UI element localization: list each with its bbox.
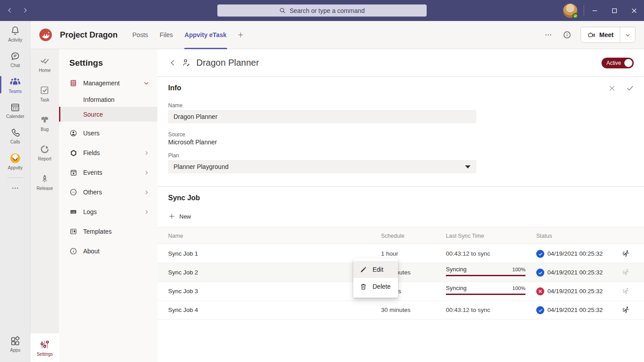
user-avatar[interactable]	[563, 4, 577, 18]
sync-progress: Syncing 100%	[446, 285, 525, 295]
nav-item-label: Information	[83, 96, 114, 103]
server-icon	[69, 79, 77, 87]
cancel-icon[interactable]	[607, 83, 617, 93]
progress-bar	[446, 294, 525, 295]
sidebar-item-activity[interactable]: Activity	[0, 21, 30, 46]
appvity-logo	[9, 152, 21, 164]
module-label: Settings	[37, 352, 53, 357]
meet-dropdown-button[interactable]	[620, 27, 635, 42]
chevron-right-icon	[144, 150, 149, 156]
search-input[interactable]: Search or type a command	[217, 4, 427, 17]
plan-dropdown[interactable]: Planner Playground	[168, 160, 476, 173]
settings-nav-users[interactable]: Users	[59, 123, 157, 143]
module-label: Home	[39, 68, 51, 73]
dropdown-caret-icon	[465, 165, 470, 168]
channel-info-icon[interactable]	[562, 29, 572, 40]
sidebar-item-teams[interactable]: Teams	[0, 72, 30, 97]
settings-nav-events[interactable]: Events	[59, 163, 157, 182]
settings-nav-others[interactable]: Others	[59, 182, 157, 202]
sidebar-item-chat[interactable]: Chat	[0, 46, 30, 72]
run-sync-icon[interactable]	[621, 249, 630, 258]
status-success-icon	[536, 269, 544, 277]
nav-item-label: Logs	[83, 208, 97, 215]
new-sync-job-button[interactable]: New	[168, 213, 191, 220]
settings-nav-logs[interactable]: LOG Logs	[59, 202, 157, 222]
sync-job-name: Sync Job 4	[168, 307, 198, 313]
status-success-icon	[536, 250, 544, 258]
sync-job-status-time: 04/19/2021 00:25:32	[547, 269, 603, 276]
minimize-button[interactable]	[585, 0, 605, 21]
forward-icon[interactable]	[21, 6, 30, 15]
plan-field-label: Plan	[168, 152, 179, 159]
run-sync-icon[interactable]	[621, 306, 630, 315]
context-menu-delete[interactable]: Delete	[353, 278, 398, 295]
settings-nav-management[interactable]: Management	[59, 74, 157, 92]
context-menu-edit[interactable]: Edit	[353, 261, 398, 278]
back-icon[interactable]	[5, 6, 14, 15]
add-tab-icon[interactable]	[233, 21, 249, 49]
settings-nav-templates[interactable]: Templates	[59, 222, 157, 241]
team-logo-phoenix	[38, 27, 54, 43]
sync-job-row[interactable]: Sync Job 1 1 hour 00:43:12 to sync 04/19…	[157, 244, 644, 263]
more-options-icon[interactable]	[543, 29, 554, 40]
more-apps-icon[interactable]	[0, 181, 30, 195]
apps-grid-icon	[10, 336, 21, 346]
meet-button[interactable]: Meet	[581, 27, 620, 42]
sidebar-item-label: Calls	[10, 139, 20, 144]
tab-label: Posts	[132, 31, 148, 38]
sync-job-status-time: 04/19/2021 00:25:32	[547, 250, 603, 257]
module-task[interactable]: Task	[30, 79, 59, 108]
nav-item-label: Templates	[83, 228, 112, 235]
sync-job-name: Sync Job 3	[168, 288, 198, 295]
presence-available-icon	[572, 13, 578, 19]
detail-header: Dragon Planner Active	[157, 49, 644, 77]
sidebar-item-calendar[interactable]: Calender	[0, 97, 30, 123]
settings-nav-source[interactable]: Source	[59, 107, 157, 122]
info-circle-icon	[69, 247, 77, 255]
maximize-button[interactable]	[605, 0, 624, 21]
run-sync-icon[interactable]	[621, 287, 630, 296]
settings-nav-about[interactable]: About	[59, 241, 157, 261]
sidebar-item-calls[interactable]: Calls	[0, 123, 30, 148]
bell-icon	[10, 25, 21, 36]
source-value: Microsoft Planner	[168, 139, 217, 146]
back-chevron-icon[interactable]	[167, 58, 178, 68]
module-release[interactable]: Release	[30, 167, 59, 197]
tab-files[interactable]: Files	[154, 21, 179, 49]
tab-appvity-etask[interactable]: Appvity eTask	[179, 21, 233, 49]
toggle-label: Active	[606, 60, 621, 66]
tab-posts[interactable]: Posts	[127, 21, 154, 49]
sidebar-item-label: Chat	[10, 63, 20, 68]
sync-job-row[interactable]: Sync Job 3 2 hours Syncing 100% 04/19/20…	[157, 282, 644, 301]
name-input[interactable]	[168, 110, 476, 123]
sync-job-row[interactable]: Sync Job 4 30 minutes 00:43:12 to sync 0…	[157, 301, 644, 320]
run-sync-icon[interactable]	[621, 268, 630, 277]
sync-job-last-sync: 00:43:12 to sync	[446, 307, 490, 313]
calendar-star-icon	[69, 169, 77, 177]
active-toggle[interactable]: Active	[602, 58, 634, 68]
confirm-icon[interactable]	[625, 83, 635, 93]
person-edit-icon	[182, 58, 191, 67]
close-button[interactable]	[624, 0, 644, 21]
module-bug[interactable]: Bug	[30, 108, 59, 138]
chat-icon	[10, 51, 21, 62]
sync-job-name: Sync Job 1	[168, 250, 198, 257]
settings-nav-fields[interactable]: Fields	[59, 143, 157, 163]
sync-progress: Syncing 100%	[446, 266, 525, 276]
page-title: Dragon Planner	[196, 58, 259, 68]
hexagon-icon	[69, 149, 77, 157]
module-report[interactable]: Report	[30, 138, 59, 167]
module-home[interactable]: Home	[30, 49, 59, 79]
sync-job-row[interactable]: Sync Job 2 30 minutes Syncing 100% 04/19…	[157, 263, 644, 282]
video-camera-icon	[587, 31, 596, 39]
tab-label: Appvity eTask	[185, 31, 227, 38]
chevron-right-icon	[144, 209, 149, 215]
settings-nav-information[interactable]: Information	[59, 92, 157, 107]
module-settings[interactable]: Settings	[30, 333, 59, 362]
sync-job-heading: Sync Job	[168, 194, 200, 202]
sidebar-item-apps[interactable]: Apps	[0, 331, 30, 357]
sync-job-name: Sync Job 2	[168, 269, 198, 276]
module-label: Task	[40, 97, 50, 102]
sidebar-item-appvity[interactable]: Appvity	[0, 148, 30, 174]
user-circle-icon	[69, 129, 77, 137]
